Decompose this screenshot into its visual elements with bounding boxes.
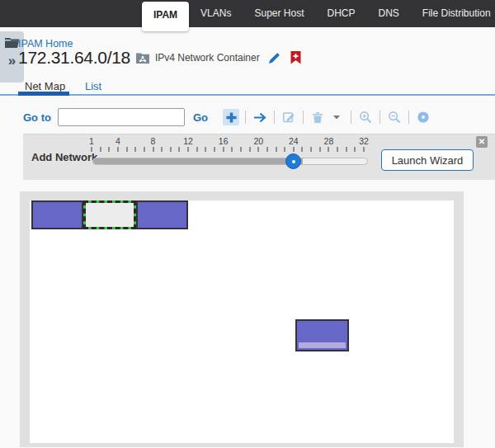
slider-tick — [249, 147, 251, 152]
toolbar-separator — [303, 111, 304, 124]
expand-chevrons-icon[interactable]: » — [8, 53, 16, 69]
slider-tick — [363, 147, 365, 152]
slider-tick — [196, 147, 198, 152]
slider-tick — [276, 147, 277, 152]
goto-label: Go to — [23, 111, 51, 124]
reset-view-icon[interactable] — [415, 109, 431, 125]
slider-tick-label: 8 — [151, 136, 156, 146]
slider-tick — [126, 147, 128, 152]
goto-row: Go to Go — [23, 106, 495, 129]
slider-tick — [266, 147, 268, 152]
zoom-in-icon[interactable] — [357, 109, 374, 125]
slider-tick — [328, 147, 329, 152]
netmap-block-selected[interactable] — [83, 200, 136, 229]
slider-tick — [161, 147, 163, 152]
prefix-slider-handle[interactable] — [285, 153, 301, 169]
ipam-page: IPAMVLANsSuper HostDHCPDNSFile Distribut… — [0, 0, 495, 448]
slider-tick — [310, 147, 312, 152]
active-tab-underline — [18, 92, 69, 96]
object-type-label: IPv4 Network Container — [155, 52, 260, 64]
top-nav-tabs: IPAMVLANsSuper HostDHCPDNSFile Distribut… — [0, 0, 495, 27]
slider-tick — [231, 147, 233, 152]
slider-tick — [153, 147, 154, 152]
slider-tick — [257, 147, 259, 152]
slider-tick-label: 16 — [219, 136, 229, 146]
header: 172.31.64.0/18 IPv4 Network Container — [18, 48, 301, 68]
tab-net-map[interactable]: Net Map — [25, 80, 65, 92]
add-network-panel: Add Network 148121620242832 Launch Wizar… — [23, 134, 495, 180]
slider-fill — [93, 158, 303, 164]
netmap-canvas[interactable] — [30, 200, 454, 443]
slider-tick — [170, 147, 172, 152]
slider-tick-label: 1 — [89, 136, 94, 146]
zoom-out-icon[interactable] — [386, 109, 403, 125]
delete-caret-icon[interactable] — [328, 109, 345, 125]
slider-tick-label: 24 — [289, 136, 299, 146]
slider-tick — [240, 147, 242, 152]
launch-wizard-button[interactable]: Launch Wizard — [381, 149, 474, 171]
slider-tick — [214, 147, 215, 152]
slider-tick-label: 20 — [253, 136, 263, 146]
slider-tick-label: 32 — [359, 136, 369, 146]
nav-tab-vlans[interactable]: VLANs — [189, 0, 243, 27]
toolbar-separator — [380, 111, 380, 124]
toolbar-separator — [351, 111, 351, 124]
slider-tick-label: 28 — [324, 136, 334, 146]
toolbar-separator — [408, 111, 409, 124]
netmap-toolbar — [223, 109, 431, 125]
nav-tab-dns[interactable]: DNS — [367, 0, 411, 27]
slider-tick — [346, 147, 347, 152]
delete-icon[interactable] — [309, 109, 326, 125]
slider-tick — [144, 147, 145, 152]
go-arrow-icon[interactable] — [252, 109, 268, 125]
slider-tick — [354, 147, 356, 152]
slider-tick — [178, 147, 180, 152]
netmap-block[interactable] — [295, 319, 349, 351]
slider-tick — [134, 147, 136, 152]
goto-input[interactable] — [58, 108, 185, 126]
nav-tab-ipam[interactable]: IPAM — [142, 2, 189, 31]
add-icon[interactable] — [223, 109, 239, 125]
slider-tick — [293, 147, 295, 152]
nav-tab-dhcp[interactable]: DHCP — [316, 0, 367, 27]
block-utilization-strip — [299, 342, 346, 348]
edit-pencil-icon[interactable] — [268, 52, 280, 64]
slider-tick — [284, 147, 285, 152]
netmap-block[interactable] — [136, 200, 188, 229]
slider-tick — [223, 147, 224, 152]
slider-tick — [108, 147, 110, 152]
slider-tick — [117, 147, 119, 152]
edit-icon[interactable] — [280, 109, 297, 125]
slider-tick — [100, 147, 101, 152]
slider-tick — [319, 147, 321, 152]
slider-tick-label: 12 — [183, 136, 193, 146]
slider-tick — [205, 147, 206, 152]
folder-icon — [5, 36, 19, 51]
toolbar-separator — [245, 111, 246, 124]
bookmark-add-icon[interactable] — [290, 51, 301, 64]
close-icon[interactable]: ✕ — [476, 136, 488, 148]
slider-tick — [337, 147, 338, 152]
nav-tab-file-distribution[interactable]: File Distribution — [411, 0, 495, 27]
add-network-label: Add Network — [31, 151, 97, 163]
go-button[interactable]: Go — [193, 111, 208, 124]
slider-tick — [301, 147, 303, 152]
nav-tab-super-host[interactable]: Super Host — [243, 0, 315, 27]
slider-tick — [187, 147, 189, 152]
netmap-frame — [20, 191, 464, 447]
slider-tick — [91, 147, 92, 152]
network-container-icon — [136, 52, 149, 64]
page-title: 172.31.64.0/18 — [18, 48, 130, 68]
prefix-slider-track[interactable] — [92, 158, 368, 165]
tab-list[interactable]: List — [85, 80, 101, 92]
slider-tick-label: 4 — [116, 136, 120, 146]
netmap-block[interactable] — [31, 200, 83, 229]
view-tabs: Net Map List — [0, 76, 495, 96]
toolbar-separator — [274, 111, 275, 124]
